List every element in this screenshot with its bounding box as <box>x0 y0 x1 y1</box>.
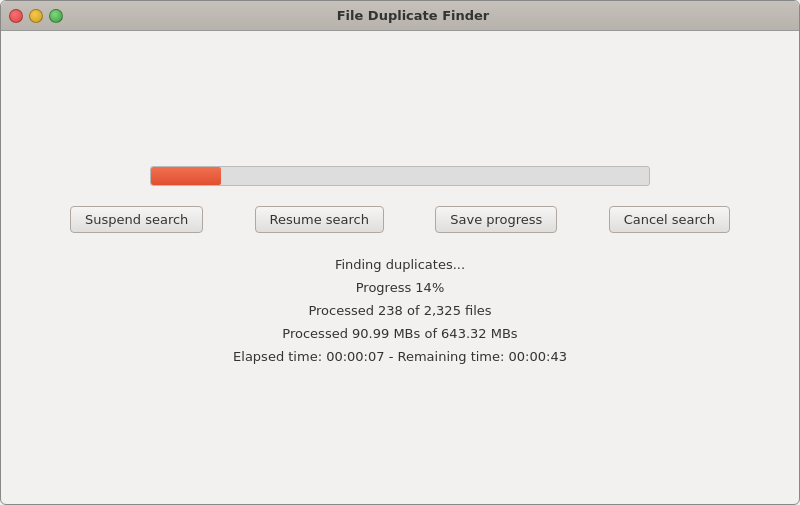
window-title: File Duplicate Finder <box>69 8 757 23</box>
close-button[interactable] <box>9 9 23 23</box>
resume-search-button[interactable]: Resume search <box>255 206 384 233</box>
status-text-area: Finding duplicates... Progress 14% Proce… <box>233 253 567 369</box>
status-line-1: Finding duplicates... <box>233 254 567 276</box>
status-line-3: Processed 238 of 2,325 files <box>233 300 567 322</box>
status-line-2: Progress 14% <box>233 277 567 299</box>
cancel-search-button[interactable]: Cancel search <box>609 206 730 233</box>
progress-container <box>150 166 650 186</box>
suspend-search-button[interactable]: Suspend search <box>70 206 203 233</box>
content-area: Suspend search Resume search Save progre… <box>1 31 799 504</box>
maximize-button[interactable] <box>49 9 63 23</box>
progress-bar-fill <box>151 167 221 185</box>
save-progress-button[interactable]: Save progress <box>435 206 557 233</box>
status-line-5: Elapsed time: 00:00:07 - Remaining time:… <box>233 346 567 368</box>
status-line-4: Processed 90.99 MBs of 643.32 MBs <box>233 323 567 345</box>
minimize-button[interactable] <box>29 9 43 23</box>
main-window: File Duplicate Finder Suspend search Res… <box>0 0 800 505</box>
progress-bar-track <box>150 166 650 186</box>
titlebar: File Duplicate Finder <box>1 1 799 31</box>
buttons-row: Suspend search Resume search Save progre… <box>70 206 730 233</box>
